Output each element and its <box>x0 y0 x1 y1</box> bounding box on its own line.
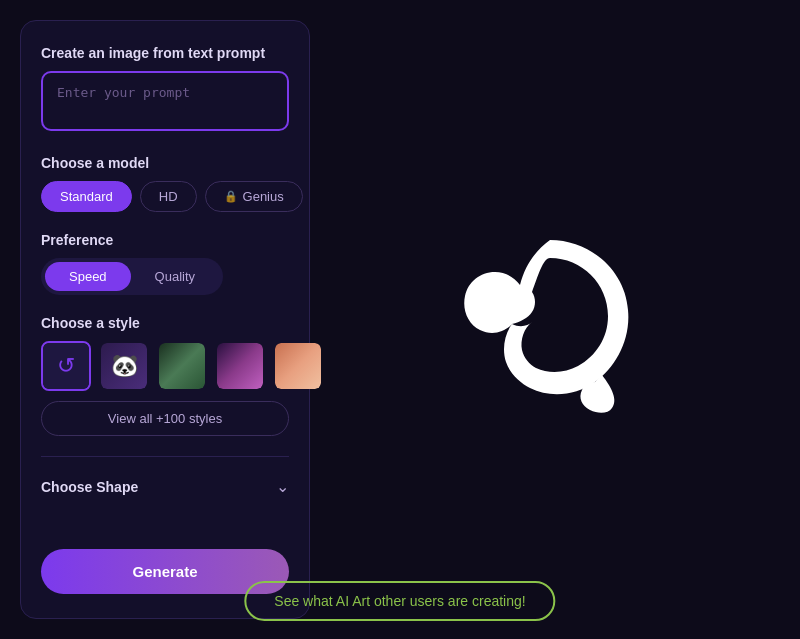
main-container: Create an image from text prompt Choose … <box>0 0 800 639</box>
generate-label: Generate <box>132 563 197 580</box>
chevron-down-icon: ⌄ <box>276 477 289 496</box>
model-buttons: Standard HD 🔒 Genius <box>41 181 289 212</box>
style-thumb-3[interactable] <box>215 341 265 391</box>
refresh-icon: ↺ <box>57 353 75 379</box>
style-thumbnails: ↺ 🐼 <box>41 341 289 391</box>
prompt-title: Create an image from text prompt <box>41 45 289 61</box>
model-btn-hd-label: HD <box>159 189 178 204</box>
pref-btn-speed-label: Speed <box>69 269 107 284</box>
style-thumb-2[interactable] <box>157 341 207 391</box>
left-panel: Create an image from text prompt Choose … <box>20 20 310 619</box>
model-btn-standard-label: Standard <box>60 189 113 204</box>
model-btn-hd[interactable]: HD <box>140 181 197 212</box>
style-title: Choose a style <box>41 315 289 331</box>
view-all-styles-button[interactable]: View all +100 styles <box>41 401 289 436</box>
bottom-banner-button[interactable]: See what AI Art other users are creating… <box>244 581 555 621</box>
choose-shape-section[interactable]: Choose Shape ⌄ <box>41 477 289 496</box>
bottom-banner-label: See what AI Art other users are creating… <box>274 593 525 609</box>
lock-icon: 🔒 <box>224 190 238 203</box>
style-thumb-1[interactable]: 🐼 <box>99 341 149 391</box>
model-btn-genius[interactable]: 🔒 Genius <box>205 181 303 212</box>
divider <box>41 456 289 457</box>
choose-shape-title: Choose Shape <box>41 479 138 495</box>
pref-btn-speed[interactable]: Speed <box>45 262 131 291</box>
view-all-styles-label: View all +100 styles <box>108 411 222 426</box>
model-section: Choose a model Standard HD 🔒 Genius <box>41 155 289 212</box>
style-thumb-4[interactable] <box>273 341 323 391</box>
panda-icon: 🐼 <box>111 353 138 379</box>
prompt-input[interactable] <box>41 71 289 131</box>
model-btn-genius-label: Genius <box>243 189 284 204</box>
brand-logo <box>450 220 650 420</box>
model-title: Choose a model <box>41 155 289 171</box>
preference-toggle: Speed Quality <box>41 258 223 295</box>
logo-area <box>320 20 780 619</box>
prompt-section: Create an image from text prompt <box>41 45 289 135</box>
style-section: Choose a style ↺ 🐼 <box>41 315 289 436</box>
pref-btn-quality-label: Quality <box>155 269 195 284</box>
preference-title: Preference <box>41 232 289 248</box>
model-btn-standard[interactable]: Standard <box>41 181 132 212</box>
preference-section: Preference Speed Quality <box>41 232 289 295</box>
pref-btn-quality[interactable]: Quality <box>131 262 219 291</box>
style-thumb-0[interactable]: ↺ <box>41 341 91 391</box>
right-panel <box>320 20 780 619</box>
